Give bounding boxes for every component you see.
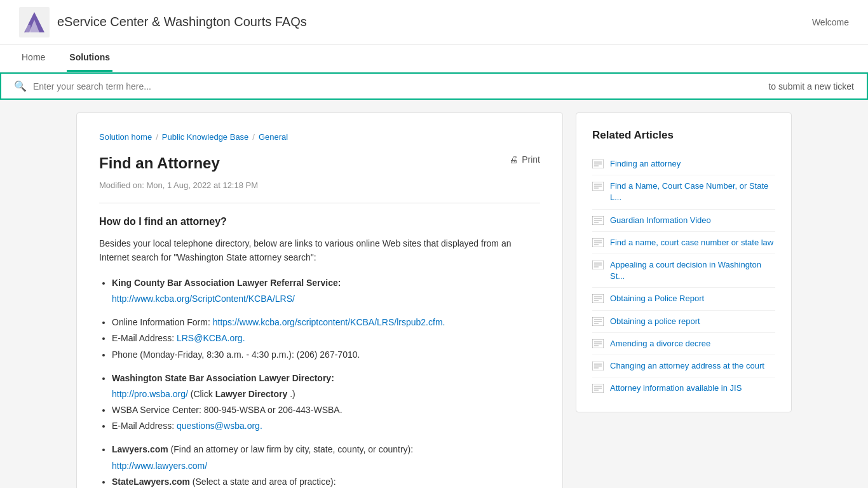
- wsba-heading: Washington State Bar Association Lawyer …: [112, 373, 334, 383]
- wsba-email-prefix: E-Mail Address:: [112, 421, 174, 431]
- related-item-text-8: Changing an attorney address at the cour…: [610, 360, 764, 372]
- related-article-icon-9: [592, 384, 604, 393]
- related-panel: Related Articles Finding an attorney Fin…: [576, 112, 792, 412]
- related-item-0[interactable]: Finding an attorney: [592, 153, 775, 175]
- related-item-text-0: Finding an attorney: [610, 158, 681, 170]
- wsba-service-item: WSBA Service Center: 800-945-WSBA or 206…: [112, 402, 540, 418]
- breadcrumb-sep-2: /: [252, 132, 255, 142]
- related-article-icon-1: [592, 182, 604, 191]
- related-item-text-7: Amending a divorce decree: [610, 338, 710, 349]
- article-title: Find an Attorney: [99, 154, 220, 172]
- email-link[interactable]: LRS@KCBA.org.: [177, 333, 245, 343]
- lawyers-link[interactable]: http://www.lawyers.com/: [112, 461, 207, 471]
- wsba-bold: Lawyer Directory: [215, 389, 288, 399]
- header: eService Center & Washington Courts FAQs…: [0, 0, 868, 44]
- wsba-suffix: (Click: [191, 389, 215, 399]
- related-item-2[interactable]: Guardian Information Video: [592, 210, 775, 232]
- lawyers-item: Lawyers.com (Find an attorney or law fir…: [112, 442, 540, 473]
- sub-item-form: Online Information Form: https://www.kcb…: [112, 315, 540, 330]
- lawyers-list: Lawyers.com (Find an attorney or law fir…: [112, 442, 540, 488]
- related-item-text-6: Obtaining a police report: [610, 316, 700, 327]
- header-left: eService Center & Washington Courts FAQs: [19, 7, 307, 37]
- kcba-link[interactable]: http://www.kcba.org/ScriptContent/KCBA/L…: [112, 294, 295, 304]
- statelawyers-item: StateLawyers.com (Select a state and are…: [112, 474, 540, 488]
- phone-prefix: Phone (Monday-Friday, 8:30 a.m. - 4:30 p…: [112, 349, 294, 360]
- related-item-text-4: Appealing a court decision in Washington…: [610, 259, 775, 282]
- print-label: Print: [522, 154, 540, 165]
- form-prefix: Online Information Form:: [112, 317, 210, 327]
- breadcrumb-sep-1: /: [156, 132, 158, 142]
- statelawyers-bold: StateLawyers.com: [112, 477, 190, 487]
- related-item-6[interactable]: Obtaining a police report: [592, 311, 775, 333]
- main-content: Solution home / Public Knowledge Base / …: [76, 112, 792, 488]
- search-right-text: to submit a new ticket: [768, 81, 854, 92]
- search-icon: 🔍: [14, 80, 27, 92]
- sub-item-email: E-Mail Address: LRS@KCBA.org.: [112, 330, 540, 346]
- related-title: Related Articles: [592, 129, 775, 142]
- header-title: eService Center & Washington Courts FAQs: [57, 15, 307, 29]
- article-section1-heading: How do I find an attorney?: [99, 216, 540, 227]
- email-prefix: E-Mail Address:: [112, 333, 174, 343]
- breadcrumb-solution-home[interactable]: Solution home: [99, 132, 152, 142]
- related-article-icon-5: [592, 294, 604, 303]
- related-item-8[interactable]: Changing an attorney address at the cour…: [592, 355, 775, 377]
- phone-number: (206) 267-7010.: [297, 349, 360, 360]
- article-intro: Besides your local telephone directory, …: [99, 236, 540, 265]
- breadcrumb: Solution home / Public Knowledge Base / …: [99, 132, 540, 142]
- related-item-text-2: Guardian Information Video: [610, 215, 711, 226]
- article-meta: Modified on: Mon, 1 Aug, 2022 at 12:18 P…: [99, 180, 540, 190]
- search-bar: 🔍 to submit a new ticket: [0, 72, 868, 100]
- sub-item-phone: Phone (Monday-Friday, 8:30 a.m. - 4:30 p…: [112, 347, 540, 363]
- article-header-row: Find an Attorney 🖨 Print: [99, 154, 540, 177]
- article-list: King County Bar Association Lawyer Refer…: [112, 275, 540, 307]
- article-divider: [99, 203, 540, 203]
- related-item-1[interactable]: Find a Name, Court Case Number, or State…: [592, 175, 775, 209]
- related-item-text-1: Find a Name, Court Case Number, or State…: [610, 180, 775, 203]
- print-button[interactable]: 🖨 Print: [509, 154, 540, 165]
- related-item-4[interactable]: Appealing a court decision in Washington…: [592, 254, 775, 288]
- article-sub-list: Online Information Form: https://www.kcb…: [112, 315, 540, 363]
- main-nav: Home Solutions: [0, 44, 868, 72]
- wsba-list: Washington State Bar Association Lawyer …: [112, 370, 540, 435]
- breadcrumb-public-kb[interactable]: Public Knowledge Base: [162, 132, 249, 142]
- wsba-link[interactable]: http://pro.wsba.org/: [112, 389, 188, 399]
- wsba-service: WSBA Service Center: 800-945-WSBA or 206…: [112, 405, 342, 415]
- svg-rect-3: [25, 25, 31, 32]
- logo-icon: [19, 7, 50, 37]
- related-article-icon-8: [592, 362, 604, 370]
- search-input[interactable]: [33, 81, 768, 92]
- wsba-email-link[interactable]: questions@wsba.org.: [177, 421, 262, 431]
- related-item-text-9: Attorney information available in JIS: [610, 383, 742, 394]
- lawyers-plain: (Find an attorney or law firm by city, s…: [171, 444, 414, 454]
- related-item-3[interactable]: Find a name, court case number or state …: [592, 232, 775, 254]
- nav-solutions[interactable]: Solutions: [67, 44, 112, 72]
- kcba-label: King County Bar Association Lawyer Refer…: [112, 278, 341, 288]
- related-item-text-5: Obtaining a Police Report: [610, 293, 704, 304]
- form-link[interactable]: https://www.kcba.org/scriptcontent/KCBA/…: [213, 317, 445, 327]
- related-article-icon-4: [592, 261, 604, 269]
- related-item-5[interactable]: Obtaining a Police Report: [592, 288, 775, 310]
- nav-home[interactable]: Home: [19, 44, 48, 72]
- related-article-icon-6: [592, 317, 604, 326]
- wsba-email-item: E-Mail Address: questions@wsba.org.: [112, 418, 540, 434]
- lawyers-bold: Lawyers.com: [112, 444, 168, 454]
- related-item-9[interactable]: Attorney information available in JIS: [592, 377, 775, 399]
- related-article-icon-2: [592, 216, 604, 225]
- related-article-icon-3: [592, 238, 604, 247]
- wsba-item: Washington State Bar Association Lawyer …: [112, 370, 540, 402]
- related-article-icon-7: [592, 339, 604, 348]
- article-panel: Solution home / Public Knowledge Base / …: [76, 112, 563, 488]
- welcome-text: Welcome: [812, 17, 849, 27]
- breadcrumb-general[interactable]: General: [259, 132, 288, 142]
- print-icon: 🖨: [509, 154, 518, 165]
- list-item-kcba: King County Bar Association Lawyer Refer…: [112, 275, 540, 307]
- related-item-text-3: Find a name, court case number or state …: [610, 237, 773, 248]
- statelawyers-plain: (Select a state and area of practice):: [193, 477, 336, 487]
- wsba-end: .): [290, 389, 295, 399]
- related-item-7[interactable]: Amending a divorce decree: [592, 333, 775, 355]
- related-article-icon-0: [592, 159, 604, 168]
